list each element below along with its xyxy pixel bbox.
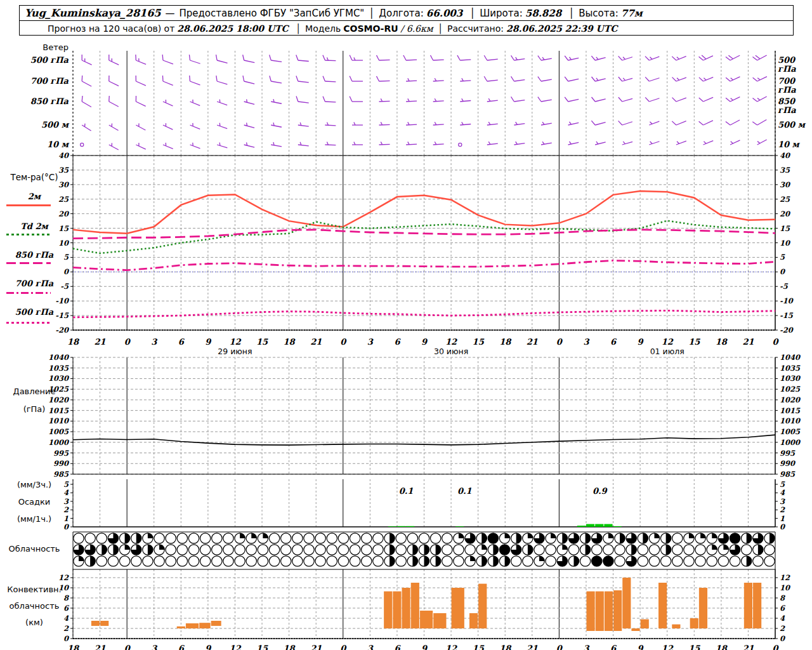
cloud-row-2 [74, 545, 775, 555]
axis-label: 1035 [780, 364, 801, 373]
axis-label: 1020 [48, 395, 70, 404]
cloud-cover-sector [586, 533, 591, 543]
cloud-cover-sector [240, 533, 245, 538]
axis-label: 4 [63, 488, 69, 497]
convective-cloud-bar [672, 625, 680, 628]
axis-label: 9 [421, 644, 428, 650]
cloud-cover-icon [85, 533, 95, 543]
precip-bar [595, 524, 603, 527]
pressure-curve [73, 435, 775, 445]
cloud-cover-sector [689, 533, 694, 538]
cloud-cover-icon [246, 545, 256, 555]
calc-time: 28.06.2025 22:39 UTC [504, 23, 620, 34]
model-name: COSMO-RU [341, 23, 400, 34]
cloud-cover-icon [373, 556, 383, 566]
convective-cloud-bar [411, 583, 419, 628]
axis-label: 990 [53, 459, 70, 468]
cloud-cover-sector [505, 533, 510, 538]
cloud-cover-sector [712, 545, 717, 550]
convective-cloud-bar [622, 578, 631, 628]
cloud-cover-sector [125, 545, 130, 550]
axis-label: 0 [556, 337, 563, 347]
axis-label: -20 [780, 326, 794, 335]
convective-cloud-bar [186, 623, 199, 628]
cloud-cover-icon [96, 533, 107, 543]
convective-cloud-bar [753, 583, 761, 628]
cloud-cover-icon [430, 533, 440, 543]
cloud-cover-sector [113, 545, 118, 555]
axis-label: 18 [67, 337, 80, 347]
cloud-cover-sector [263, 533, 268, 538]
cloud-cover-sector [470, 556, 475, 561]
axis-label: 1040 [780, 353, 801, 362]
cloud-cover-icon [615, 556, 625, 566]
convective-cloud-bar [384, 592, 392, 628]
cloud-cover-sector [562, 533, 567, 543]
axis-label: 25 [58, 195, 69, 204]
axis-label: 29 июня [218, 347, 252, 356]
cloud-cover-sector [666, 533, 671, 543]
axis-label: 30 [58, 180, 70, 189]
convective-cloud-bar [586, 592, 594, 631]
header-box: Yug_Kuminskaya_28165 — Предоставлено ФГБ… [19, 5, 794, 36]
axis-label: 2 [780, 505, 785, 514]
axis-label: 9 [421, 337, 428, 347]
cloud-cover-icon [672, 556, 683, 566]
axis-label: 0 [556, 644, 563, 650]
cloud-cover-sector [528, 533, 533, 538]
axis-label: 8 [780, 594, 785, 602]
axis-label: 2 [63, 505, 69, 514]
cloud-cover-icon [269, 556, 279, 566]
axis-label: 2 [63, 624, 69, 633]
cloud-cover-icon [131, 556, 141, 566]
cloud-cover-sector [159, 545, 164, 550]
convective-cloud-bar [641, 620, 649, 628]
cloud-cover-sector [125, 533, 130, 543]
cloud-cover-icon [338, 556, 348, 566]
cloud-cover-icon [442, 533, 452, 543]
axis-label: 15 [780, 224, 790, 233]
cloud-cover-icon [396, 556, 406, 566]
cloud-cover-icon [177, 533, 187, 543]
cloud-cover-icon [177, 545, 187, 555]
cloud-cover-icon [154, 533, 164, 543]
cloud-row-1 [74, 533, 775, 543]
cloud-cover-sector [505, 556, 510, 566]
axis-label: 18 [499, 337, 512, 347]
cloud-cover-sector [620, 533, 625, 543]
precip-bar [613, 526, 622, 527]
axis-label: 15 [473, 337, 485, 347]
axis-label: 12 [780, 573, 790, 582]
axis-label: 40 [780, 151, 791, 160]
precip-bar [577, 526, 586, 527]
cloud-cover-icon [154, 556, 164, 566]
cloud-cover-icon [350, 533, 360, 543]
cloud-cover-sector [573, 556, 579, 566]
calc-label: Рассчитано: [447, 23, 504, 34]
provider-label: Предоставлено ФГБУ "ЗапСиб УГМС" [179, 8, 364, 19]
cloud-cover-icon [419, 533, 429, 543]
cloud-cover-icon [315, 533, 325, 543]
cloud-cover-sector [412, 545, 417, 555]
cloud-cover-icon [407, 533, 417, 543]
cloud-cover-icon [362, 533, 372, 543]
axis-label: 0 [340, 644, 347, 650]
axis-label: 0.1 [457, 486, 472, 496]
axis-label: -15 [780, 311, 794, 320]
cloud-cover-sector [481, 556, 487, 566]
forecast-label: Прогноз на 120 часа(ов) от [48, 23, 174, 34]
cloud-cover-sector [79, 556, 84, 561]
cloud-cover-sector [493, 545, 498, 555]
axis-label: 0 [63, 522, 70, 531]
temp-series-700 гПа [73, 260, 775, 270]
axis-label: 0 [124, 644, 131, 650]
cloud-cover-sector [459, 533, 464, 538]
cloud-cover-icon [718, 556, 728, 566]
header-row-forecast: Прогноз на 120 часа(ов) от 28.06.2025 18… [20, 21, 793, 36]
cloud-cover-icon [96, 556, 107, 566]
axis-label: 995 [780, 449, 796, 458]
cloud-cover-icon [603, 545, 613, 555]
meteogram-screen: Yug_Kuminskaya_28165 — Предоставлено ФГБ… [0, 0, 812, 650]
axis-label: 0 [780, 634, 786, 643]
axis-label: 1020 [780, 395, 801, 404]
